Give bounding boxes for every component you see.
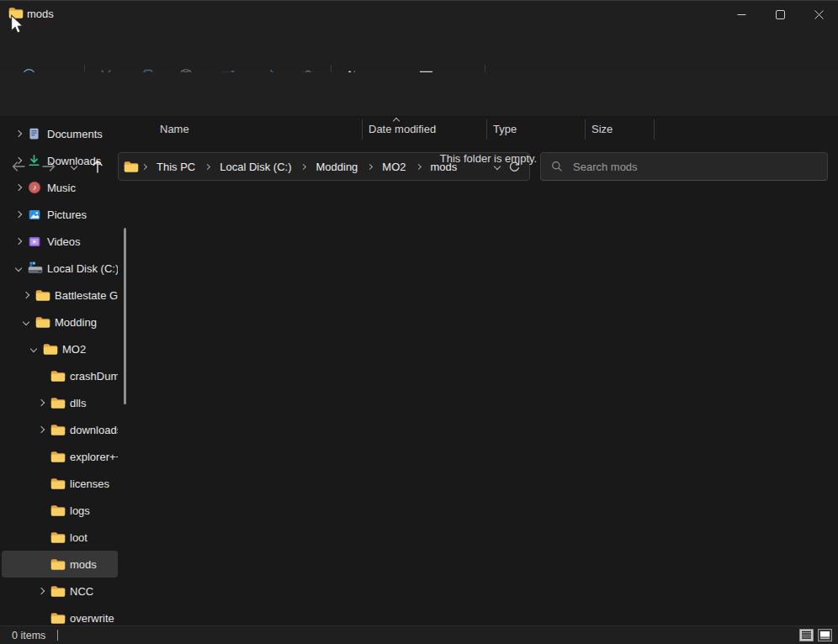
large-thumbnails-view-toggle[interactable] bbox=[817, 628, 833, 641]
command-bar: New Sort bbox=[0, 28, 838, 72]
folder-icon bbox=[50, 504, 66, 517]
sidebar-item-downloads[interactable]: downloads bbox=[2, 416, 118, 443]
window-title: mods bbox=[27, 8, 54, 20]
folder-icon bbox=[35, 316, 50, 329]
sidebar-item-mods[interactable]: mods bbox=[2, 551, 118, 578]
chevron-right-icon[interactable] bbox=[13, 212, 24, 217]
sidebar-item-licenses[interactable]: licenses bbox=[2, 470, 118, 497]
item-count: 0 items bbox=[12, 630, 45, 641]
mouse-cursor bbox=[10, 14, 24, 38]
chevron-right-icon[interactable] bbox=[13, 131, 24, 136]
folder-icon bbox=[50, 370, 66, 383]
folder-icon bbox=[50, 531, 66, 544]
sidebar-tree: DocumentsDownloads♪MusicPicturesVideosLo… bbox=[0, 120, 125, 626]
documents-icon bbox=[28, 127, 43, 140]
svg-text:♪: ♪ bbox=[33, 182, 37, 192]
sidebar-item-label: explorer++ bbox=[70, 451, 118, 463]
downloads-icon bbox=[28, 154, 43, 167]
sidebar-item-loot[interactable]: loot bbox=[2, 524, 118, 551]
chevron-right-icon[interactable] bbox=[36, 400, 46, 405]
sidebar-item-logs[interactable]: logs bbox=[2, 497, 118, 524]
folder-icon bbox=[50, 558, 66, 571]
sidebar-item-label: Battlestate Ga bbox=[55, 289, 118, 302]
maximize-button[interactable] bbox=[761, 1, 799, 28]
sidebar-item-local-disk-c-[interactable]: Local Disk (C:) bbox=[2, 255, 118, 282]
pictures-icon bbox=[28, 209, 43, 221]
sidebar-item-overwrite[interactable]: overwrite bbox=[2, 604, 118, 626]
column-separator[interactable] bbox=[585, 119, 586, 140]
sidebar-item-label: Music bbox=[47, 182, 76, 194]
column-header-type[interactable]: Type bbox=[493, 123, 517, 135]
chevron-right-icon[interactable] bbox=[36, 427, 46, 432]
sidebar-item-mo2[interactable]: MO2 bbox=[2, 335, 118, 362]
chevron-down-icon[interactable] bbox=[29, 346, 39, 351]
empty-folder-message: This folder is empty. bbox=[139, 152, 838, 165]
sidebar-item-label: downloads bbox=[70, 424, 118, 436]
chevron-right-icon[interactable] bbox=[36, 589, 46, 594]
sidebar-item-label: Modding bbox=[55, 316, 97, 329]
sidebar-item-label: licenses bbox=[70, 478, 109, 490]
status-divider bbox=[57, 630, 58, 641]
list-header: Name Date modified Type Size bbox=[139, 117, 838, 142]
sidebar-item-label: Documents bbox=[47, 128, 103, 140]
sidebar-item-label: Local Disk (C:) bbox=[47, 262, 118, 275]
folder-icon bbox=[50, 397, 66, 409]
folder-icon bbox=[50, 451, 66, 463]
column-header-size[interactable]: Size bbox=[591, 123, 613, 135]
sidebar-item-battlestate-ga[interactable]: Battlestate Ga bbox=[2, 282, 118, 309]
folder-icon bbox=[43, 343, 58, 356]
chevron-right-icon[interactable] bbox=[13, 158, 24, 163]
sidebar-scrollbar[interactable] bbox=[124, 228, 126, 404]
column-separator[interactable] bbox=[486, 119, 487, 140]
chevron-down-icon[interactable] bbox=[13, 266, 24, 271]
sidebar-item-label: Pictures bbox=[47, 209, 87, 221]
sidebar-item-label: MO2 bbox=[62, 343, 86, 356]
column-separator[interactable] bbox=[654, 119, 655, 140]
sidebar-item-label: dlls bbox=[70, 397, 87, 409]
sidebar-item-label: Downloads bbox=[47, 155, 101, 167]
chevron-right-icon[interactable] bbox=[21, 293, 31, 298]
sidebar-item-pictures[interactable]: Pictures bbox=[2, 201, 118, 228]
column-separator[interactable] bbox=[362, 119, 363, 140]
sidebar-item-label: logs bbox=[70, 504, 90, 517]
folder-icon bbox=[50, 478, 66, 490]
details-view-toggle[interactable] bbox=[798, 628, 814, 641]
chevron-down-icon[interactable] bbox=[21, 319, 31, 325]
folder-icon bbox=[124, 161, 139, 173]
details-view-icon bbox=[799, 629, 814, 641]
column-header-date-modified[interactable]: Date modified bbox=[369, 123, 436, 135]
sidebar-item-label: loot bbox=[70, 531, 88, 544]
folder-icon bbox=[50, 612, 66, 625]
close-button[interactable] bbox=[799, 1, 838, 28]
sidebar-item-label: mods bbox=[70, 558, 97, 571]
thumbnails-view-icon bbox=[818, 629, 832, 641]
file-explorer-window: mods New bbox=[0, 0, 838, 644]
sidebar-item-documents[interactable]: Documents bbox=[2, 120, 118, 147]
sidebar-item-videos[interactable]: Videos bbox=[2, 228, 118, 255]
folder-icon bbox=[50, 424, 66, 436]
sidebar-item-music[interactable]: ♪Music bbox=[2, 174, 118, 201]
sidebar-item-label: Videos bbox=[47, 235, 81, 248]
sidebar-item-crashdump[interactable]: crashDump bbox=[2, 362, 118, 389]
minimize-button[interactable] bbox=[722, 1, 761, 28]
sidebar-item-label: crashDump bbox=[70, 370, 118, 383]
address-row: This PCLocal Disk (C:)ModdingMO2mods bbox=[0, 72, 838, 117]
disk-icon bbox=[28, 261, 43, 275]
chevron-right-icon[interactable] bbox=[13, 239, 24, 244]
sidebar-item-label: overwrite bbox=[70, 612, 114, 625]
sidebar-item-modding[interactable]: Modding bbox=[2, 309, 118, 335]
status-bar: 0 items bbox=[0, 626, 838, 644]
column-header-name[interactable]: Name bbox=[160, 123, 189, 135]
videos-icon bbox=[28, 235, 43, 248]
sidebar-item-dlls[interactable]: dlls bbox=[2, 389, 118, 416]
sidebar-item-downloads[interactable]: Downloads bbox=[2, 147, 118, 174]
folder-icon bbox=[35, 289, 50, 302]
sidebar-item-explorer-[interactable]: explorer++ bbox=[2, 443, 118, 470]
sidebar-item-label: NCC bbox=[70, 585, 93, 598]
titlebar[interactable]: mods bbox=[0, 1, 838, 28]
chevron-right-icon[interactable] bbox=[13, 185, 24, 190]
music-icon: ♪ bbox=[28, 181, 43, 194]
folder-icon bbox=[50, 585, 66, 598]
sidebar-item-ncc[interactable]: NCC bbox=[2, 578, 118, 604]
